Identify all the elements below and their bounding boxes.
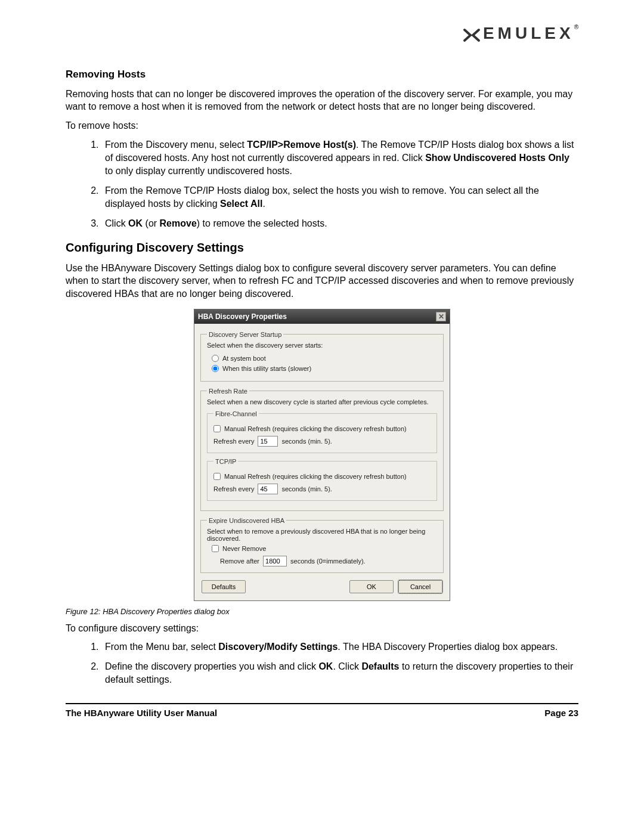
ok-button[interactable]: OK [349,580,394,593]
group-legend-startup: Discovery Server Startup [207,331,283,338]
step-1: From the Discovery menu, select TCP/IP>R… [101,138,578,178]
config-step-2: Define the discovery properties you wish… [101,660,578,687]
to-configure-settings: To configure discovery settings: [66,622,578,635]
remove-after-label: Remove after [220,558,259,565]
close-icon[interactable]: ✕ [436,312,446,321]
remove-after-seconds-label: seconds (0=immediately). [290,558,366,565]
step-2: From the Remove TCP/IP Hosts dialog box,… [101,184,578,211]
fc-refresh-seconds-input[interactable] [258,436,278,447]
removing-hosts-heading: Removing Hosts [66,69,578,80]
step-3: Click OK (or Remove) to remove the selec… [101,217,578,230]
group-expire-hba: Expire Undiscovered HBA Select when to r… [200,517,444,573]
to-remove-hosts: To remove hosts: [66,119,578,132]
refresh-desc: Select when a new discovery cycle is sta… [207,398,437,405]
checkbox-tcpip-manual-refresh[interactable] [213,473,221,480]
radio-utility-starts-label: When this utility starts (slower) [222,365,311,372]
tcpip-refresh-every-label: Refresh every [213,485,254,493]
dialog-title: HBA Discovery Properties [198,312,287,321]
group-legend-refresh: Refresh Rate [207,388,249,395]
fc-manual-refresh-label: Manual Refresh (requires clicking the di… [224,425,407,432]
removing-hosts-intro: Removing hosts that can no longer be dis… [66,88,578,113]
tcpip-seconds-label: seconds (min. 5). [281,485,332,493]
radio-utility-starts[interactable] [212,365,219,372]
defaults-button[interactable]: Defaults [202,580,246,593]
cancel-button[interactable]: Cancel [398,580,442,593]
group-tcpip: TCP/IP Manual Refresh (requires clicking… [207,458,437,501]
footer-page-number: Page 23 [544,708,578,718]
fc-seconds-label: seconds (min. 5). [281,438,332,445]
figure-caption: Figure 12: HBA Discovery Properties dial… [66,607,578,616]
checkbox-never-remove[interactable] [212,545,219,552]
expire-desc: Select when to remove a previously disco… [207,528,437,542]
configuring-intro: Use the HBAnyware Discovery Settings dia… [66,262,578,301]
emulex-logo-icon [463,28,481,45]
checkbox-fc-manual-refresh[interactable] [213,425,221,432]
footer-manual-title: The HBAnyware Utility User Manual [66,708,217,718]
never-remove-label: Never Remove [222,545,266,552]
group-legend-fc: Fibre-Channel [213,410,259,417]
fc-refresh-every-label: Refresh every [213,438,254,445]
group-legend-tcpip: TCP/IP [213,458,238,465]
header-logo: EMULEX® [66,24,578,45]
configure-steps: From the Menu bar, select Discovery/Modi… [66,640,578,686]
config-step-1: From the Menu bar, select Discovery/Modi… [101,640,578,654]
group-discovery-startup: Discovery Server Startup Select when the… [200,331,444,382]
group-refresh-rate: Refresh Rate Select when a new discovery… [200,388,444,511]
group-legend-expire: Expire Undiscovered HBA [207,517,286,524]
logo-text: EMULEX [483,24,574,42]
remove-hosts-steps: From the Discovery menu, select TCP/IP>R… [66,138,578,230]
hba-discovery-dialog: HBA Discovery Properties ✕ Discovery Ser… [194,309,450,601]
group-fibre-channel: Fibre-Channel Manual Refresh (requires c… [207,410,437,453]
remove-after-seconds-input[interactable] [263,556,287,566]
startup-desc: Select when the discovery server starts: [207,342,437,349]
page-footer: The HBAnyware Utility User Manual Page 2… [66,708,578,730]
radio-system-boot[interactable] [212,355,219,362]
radio-system-boot-label: At system boot [222,355,266,362]
configuring-discovery-heading: Configuring Discovery Settings [66,241,578,255]
footer-rule [66,703,578,704]
dialog-titlebar[interactable]: HBA Discovery Properties ✕ [194,309,450,324]
tcpip-refresh-seconds-input[interactable] [258,484,278,494]
tcpip-manual-refresh-label: Manual Refresh (requires clicking the di… [224,473,407,480]
